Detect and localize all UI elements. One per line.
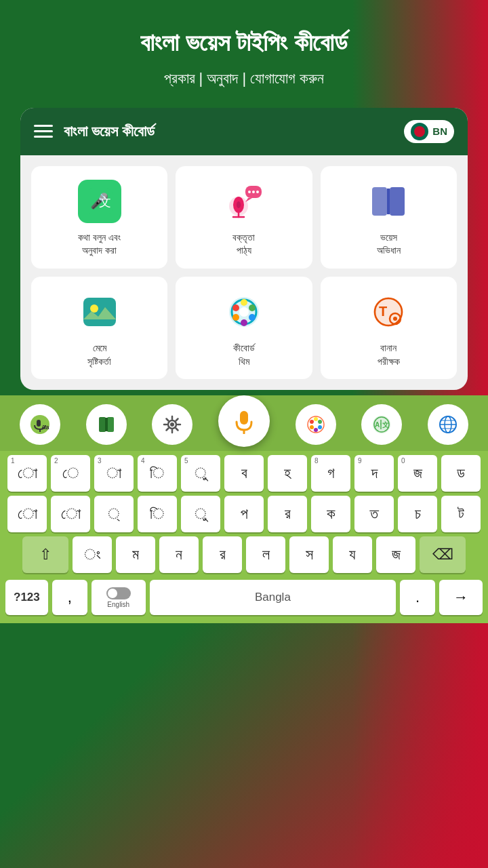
svg-rect-50 bbox=[240, 411, 248, 425]
svg-rect-14 bbox=[372, 187, 387, 216]
svg-point-25 bbox=[241, 319, 247, 326]
feature-meme-creator[interactable]: মেমেসৃষ্টিকর্তা bbox=[31, 277, 167, 379]
feature-speech-text[interactable]: বক্তৃতাপাঠ্য bbox=[176, 166, 312, 269]
num-key[interactable]: ?123 bbox=[5, 580, 48, 615]
svg-rect-37 bbox=[99, 417, 106, 432]
svg-line-49 bbox=[176, 419, 178, 421]
toggle-label: English bbox=[107, 601, 129, 608]
key-i4[interactable]: 4ি bbox=[138, 455, 177, 492]
main-mic-button[interactable] bbox=[218, 395, 270, 447]
translate-voice-icon: 🎤 文 bbox=[78, 180, 121, 223]
svg-point-8 bbox=[237, 201, 241, 208]
key-dd[interactable]: ড bbox=[441, 455, 481, 492]
svg-text:文: 文 bbox=[99, 195, 111, 209]
svg-point-23 bbox=[249, 304, 256, 311]
key-b[interactable]: ব bbox=[224, 455, 264, 492]
key-row-2: ো ো ্ ি ু প র ক ত চ ট bbox=[3, 496, 485, 532]
settings-button[interactable] bbox=[152, 404, 192, 445]
key-o-b[interactable]: ো bbox=[51, 496, 90, 532]
svg-point-22 bbox=[241, 299, 247, 306]
hamburger-menu[interactable] bbox=[34, 125, 53, 138]
shift-key[interactable]: ⇧ bbox=[22, 536, 68, 573]
svg-text:A: A bbox=[375, 421, 380, 429]
svg-text:文: 文 bbox=[382, 421, 389, 429]
spell-checker-icon: T bbox=[367, 290, 410, 334]
svg-rect-16 bbox=[387, 189, 390, 214]
feature-translate-voice[interactable]: 🎤 文 কথা বলুন এবংঅনুবাদ করা bbox=[31, 166, 167, 269]
bottom-row: ?123 , English Bangla . → bbox=[3, 577, 485, 620]
keyboard-theme-label: কীবোর্ডথিম bbox=[233, 342, 255, 368]
grid-row-1: 🎤 文 কথা বলুন এবংঅনুবাদ করা bbox=[31, 166, 457, 269]
translate-button[interactable]: A 文 bbox=[361, 404, 402, 445]
key-e2[interactable]: 2ে bbox=[51, 455, 90, 492]
svg-line-47 bbox=[176, 429, 178, 431]
period-key[interactable]: . bbox=[400, 580, 435, 615]
appbar-title: বাংলা ভয়েস কীবোর্ড bbox=[64, 123, 155, 140]
dictionary-button[interactable] bbox=[86, 404, 127, 445]
svg-rect-34 bbox=[37, 420, 41, 427]
speech-text-icon bbox=[222, 180, 266, 223]
key-l[interactable]: ল bbox=[246, 536, 285, 573]
key-o1[interactable]: 1ো bbox=[7, 455, 47, 492]
key-s[interactable]: স bbox=[289, 536, 329, 573]
delete-key[interactable]: ⌫ bbox=[420, 536, 466, 573]
key-d9[interactable]: 9দ bbox=[354, 455, 394, 492]
globe-button[interactable] bbox=[428, 404, 468, 445]
svg-point-53 bbox=[310, 420, 314, 424]
voice-aa-button[interactable]: Aa bbox=[20, 404, 60, 445]
key-row-1: 1ো 2ে 3া 4ি 5ু ব হ 8গ 9দ 0জ ড bbox=[3, 455, 485, 492]
toggle-switch-ui bbox=[106, 587, 131, 599]
key-u5[interactable]: 5ু bbox=[181, 455, 220, 492]
key-hasanta[interactable]: ্ bbox=[94, 496, 134, 532]
key-r[interactable]: র bbox=[268, 496, 307, 532]
key-m[interactable]: ম bbox=[116, 536, 155, 573]
language-toggle[interactable]: English bbox=[92, 580, 146, 615]
language-badge[interactable]: BN bbox=[404, 120, 454, 143]
spell-checker-label: বানানপরীক্ষক bbox=[378, 342, 400, 368]
app-subtitle: প্রকার | অনুবাদ | যোগাযোগ করুন bbox=[41, 70, 447, 87]
key-i-b[interactable]: ি bbox=[138, 496, 177, 532]
key-h[interactable]: হ bbox=[268, 455, 307, 492]
space-key[interactable]: Bangla bbox=[150, 580, 396, 615]
key-y[interactable]: য bbox=[333, 536, 372, 573]
keyboard-toolbar: Aa bbox=[0, 395, 488, 451]
svg-point-10 bbox=[248, 191, 251, 193]
key-ong[interactable]: ং bbox=[73, 536, 112, 573]
key-j2[interactable]: জ bbox=[376, 536, 415, 573]
svg-point-56 bbox=[318, 425, 322, 429]
palette-button[interactable] bbox=[296, 404, 336, 445]
svg-point-24 bbox=[249, 314, 256, 321]
feature-grid: 🎤 文 কথা বলুন এবংঅনুবাদ করা bbox=[20, 155, 468, 390]
voice-dictionary-label: ভয়েসঅভিধান bbox=[377, 231, 401, 258]
key-k[interactable]: ক bbox=[311, 496, 350, 532]
svg-point-58 bbox=[310, 425, 314, 429]
feature-keyboard-theme[interactable]: কীবোর্ডথিম bbox=[176, 277, 312, 379]
flag-red-circle bbox=[414, 126, 425, 137]
enter-key[interactable]: → bbox=[439, 580, 483, 615]
key-u-b[interactable]: ু bbox=[181, 496, 220, 532]
key-ch[interactable]: চ bbox=[398, 496, 437, 532]
feature-spell-checker[interactable]: T বানানপরীক্ষক bbox=[321, 277, 457, 379]
key-t[interactable]: ত bbox=[354, 496, 394, 532]
key-r2[interactable]: র bbox=[203, 536, 242, 573]
comma-key[interactable]: , bbox=[52, 580, 87, 615]
svg-point-54 bbox=[314, 417, 318, 421]
key-n[interactable]: ন bbox=[159, 536, 199, 573]
key-g8[interactable]: 8গ bbox=[311, 455, 350, 492]
svg-point-32 bbox=[393, 317, 397, 321]
key-aa3[interactable]: 3া bbox=[94, 455, 134, 492]
flag-icon bbox=[411, 123, 428, 140]
feature-voice-dictionary[interactable]: ভয়েসঅভিধান bbox=[321, 166, 457, 269]
svg-point-12 bbox=[256, 191, 259, 193]
main-card: বাংলা ভয়েস কীবোর্ড BN 🎤 文 কথা বলুন এবংঅ… bbox=[20, 108, 468, 390]
key-j0[interactable]: 0জ bbox=[398, 455, 437, 492]
header-area: বাংলা ভয়েস টাইপিং কীবোর্ড প্রকার | অনুব… bbox=[0, 0, 488, 101]
key-p[interactable]: প bbox=[224, 496, 264, 532]
toggle-knob bbox=[108, 589, 117, 598]
svg-text:T: T bbox=[379, 304, 387, 319]
key-o-a[interactable]: ো bbox=[7, 496, 47, 532]
svg-rect-39 bbox=[105, 418, 108, 431]
svg-line-46 bbox=[167, 419, 169, 421]
key-tt[interactable]: ট bbox=[441, 496, 481, 532]
app-bar-left: বাংলা ভয়েস কীবোর্ড bbox=[34, 123, 155, 140]
